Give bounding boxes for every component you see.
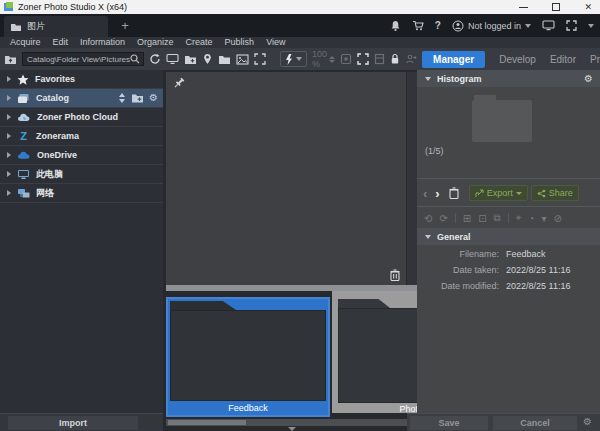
mode-manager[interactable]: Manager — [422, 51, 485, 68]
sidebar-item-this-pc[interactable]: 此电脑 — [0, 165, 163, 184]
zoom-spinner[interactable] — [329, 56, 335, 63]
export-button[interactable]: Export — [469, 185, 528, 201]
notifications-bell-icon[interactable] — [390, 20, 401, 32]
expand-caret-icon[interactable] — [7, 133, 11, 139]
mode-print[interactable]: Print — [590, 54, 600, 65]
expand-caret-icon[interactable] — [7, 76, 11, 82]
menu-edit[interactable]: Edit — [47, 37, 75, 48]
close-button[interactable]: ✕ — [584, 0, 592, 14]
sidebar-item-onedrive[interactable]: OneDrive — [0, 146, 163, 165]
share-button[interactable]: Share — [531, 185, 579, 201]
folder-thumbnail-photodir[interactable]: PhotoDir — [336, 297, 417, 417]
next-button[interactable]: › — [435, 186, 439, 201]
expand-caret-icon[interactable] — [7, 190, 11, 196]
sidebar-item-zoner-photo-cloud[interactable]: Zoner Photo Cloud — [0, 108, 163, 127]
pin-icon[interactable] — [173, 77, 186, 90]
maximize-button[interactable] — [552, 3, 560, 11]
new-tab-button[interactable]: + — [116, 16, 134, 37]
account-label: Not logged in — [468, 21, 521, 31]
folder-body-shape — [338, 308, 417, 403]
fit-screen-icon[interactable] — [357, 53, 369, 65]
trash-icon[interactable] — [449, 187, 459, 199]
cancel-button[interactable]: Cancel — [493, 416, 577, 430]
trash-icon[interactable] — [390, 269, 400, 281]
follow-user-icon[interactable] — [405, 53, 417, 65]
folder-up-button[interactable] — [4, 54, 17, 65]
folder-tab-shape — [338, 299, 390, 308]
rotate-left-icon[interactable]: ⟲ — [424, 213, 432, 224]
expand-caret-icon[interactable] — [7, 152, 11, 158]
onedrive-cloud-icon — [17, 150, 31, 160]
save-button[interactable]: Save — [410, 416, 488, 430]
label-icon[interactable]: ⊘ — [553, 213, 561, 224]
scrollbar-thumb[interactable] — [168, 420, 246, 425]
help-button[interactable]: ? — [435, 20, 441, 31]
refresh-icon[interactable] — [149, 53, 161, 65]
display-icon[interactable] — [542, 20, 555, 31]
lock-icon[interactable] — [390, 53, 400, 65]
zonerama-icon: Z — [17, 130, 30, 142]
settings-gear-icon[interactable]: ⚙ — [583, 416, 592, 427]
histogram-header[interactable]: Histogram — [417, 70, 600, 87]
search-icon[interactable] — [130, 54, 140, 64]
minimize-button[interactable] — [519, 7, 528, 8]
vertical-scrollbar[interactable] — [407, 72, 417, 285]
copy-add-icon[interactable]: ⊞ — [463, 213, 471, 224]
fullscreen-icon[interactable] — [566, 20, 577, 31]
field-date-taken: Date taken: 2022/8/25 11:16 — [417, 262, 600, 278]
browse-folder-icon[interactable] — [218, 54, 231, 65]
keywords-icon[interactable]: ⌖ — [516, 212, 522, 224]
menu-organize[interactable]: Organize — [131, 37, 180, 48]
chevron-down-icon[interactable] — [588, 24, 594, 28]
previous-button[interactable]: ‹ — [423, 186, 427, 201]
sort-updown-icon[interactable] — [118, 93, 126, 103]
expand-caret-icon[interactable] — [7, 114, 11, 120]
save-cancel-bar: Save Cancel ⚙ — [407, 413, 600, 431]
folder-thumbnail-feedback[interactable]: Feedback — [166, 297, 330, 417]
mode-editor[interactable]: Editor — [550, 54, 576, 65]
collapse-caret-icon — [425, 235, 431, 239]
chevron-down-icon — [516, 192, 522, 195]
fullscreen-preview-icon[interactable] — [254, 53, 266, 65]
menu-information[interactable]: Information — [74, 37, 131, 48]
path-search-input[interactable]: Catalog\Folder View\Pictures — [22, 52, 144, 66]
account-menu[interactable]: Not logged in — [452, 20, 531, 32]
horizontal-scrollbar[interactable] — [166, 419, 416, 426]
sidebar-item-favorites[interactable]: Favorites — [0, 70, 163, 89]
expand-caret-icon[interactable] — [7, 95, 11, 101]
menu-acquire[interactable]: Acquire — [4, 37, 47, 48]
sidebar-item-zonerama[interactable]: Z Zonerama — [0, 127, 163, 146]
info-panel: Histogram ⚙ (1/5) ‹ › Export Share ⟲ ⟳ ⊞… — [417, 70, 600, 413]
import-button[interactable]: Import — [8, 416, 138, 430]
sidebar-item-catalog[interactable]: Catalog ⚙ — [0, 89, 163, 108]
new-folder-icon[interactable] — [131, 93, 144, 103]
gps-pin-icon[interactable] — [202, 53, 213, 65]
rotate-right-icon[interactable]: ⟳ — [439, 213, 447, 224]
general-section-header[interactable]: General — [417, 228, 600, 245]
new-folder-icon[interactable] — [184, 54, 197, 65]
image-icon[interactable] — [236, 54, 249, 65]
import-bar: Import — [0, 413, 163, 431]
mode-develop[interactable]: Develop — [499, 54, 536, 65]
menu-publish[interactable]: Publish — [219, 37, 261, 48]
actual-size-icon[interactable] — [340, 53, 352, 65]
gear-icon[interactable]: ⚙ — [149, 93, 158, 103]
duplicate-icon[interactable]: ⧉ — [494, 212, 501, 224]
folder-tree-sidebar: Favorites Catalog ⚙ Zoner Photo Cloud Z … — [0, 70, 163, 413]
histogram-settings-gear-icon[interactable]: ⚙ — [584, 73, 593, 84]
export-display-icon[interactable] — [166, 53, 179, 65]
menu-view[interactable]: View — [260, 37, 291, 48]
tab-pictures[interactable]: 图片 — [4, 16, 108, 37]
preview-pane[interactable] — [166, 72, 406, 285]
zoom-control[interactable]: 100 % — [312, 49, 335, 69]
collapse-filmstrip-caret-icon[interactable] — [288, 427, 296, 431]
cart-icon[interactable] — [412, 20, 424, 31]
menu-create[interactable]: Create — [180, 37, 219, 48]
copy-icon[interactable]: ⊡ — [478, 213, 486, 224]
expand-caret-icon[interactable] — [7, 171, 11, 177]
layout-icon[interactable] — [374, 53, 385, 65]
chevron-down-icon[interactable]: ▾ — [541, 213, 546, 224]
quick-edit-dropdown[interactable] — [280, 51, 307, 67]
sidebar-item-network[interactable]: 网络 — [0, 184, 163, 203]
backup-icon[interactable]: ◔ — [528, 213, 534, 224]
